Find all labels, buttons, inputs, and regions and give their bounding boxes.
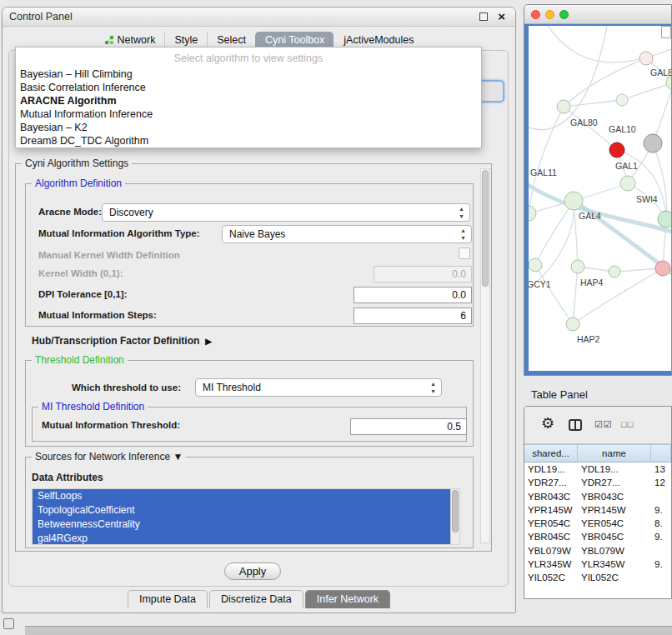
network-edge[interactable] [573,267,578,324]
dpi-tolerance-field[interactable]: 0.0 [354,287,472,303]
kernel-width-label: Kernel Width (0,1): [38,268,123,278]
network-node[interactable] [609,142,624,158]
algorithm-option[interactable]: Mutual Information Inference [16,108,481,121]
network-edge[interactable] [564,58,646,107]
network-node[interactable] [557,100,570,113]
network-edge[interactable] [535,265,573,324]
table-row[interactable]: YBR045CYBR045C9. [524,530,671,543]
expanded-arrow-icon[interactable]: ▼ [173,451,183,462]
combobox-value: Naive Bayes [229,228,285,240]
table-row[interactable]: YIL052CYIL052C [524,571,671,584]
network-node[interactable] [609,266,620,278]
network-node[interactable] [529,258,542,272]
table-row[interactable]: YLR345WYLR345W9. [524,558,671,571]
aracne-mode-combobox[interactable]: Discovery ▴▾ [102,203,470,222]
algorithm-definition-title: Algorithm Definition [32,178,125,189]
network-node[interactable] [566,318,579,331]
node-label: GAL10 [609,124,636,134]
algorithm-option[interactable]: ARACNE Algorithm [16,94,481,108]
network-node[interactable] [564,192,583,210]
network-node[interactable] [658,211,671,228]
algorithm-dropdown-popup: Select algorithm to view settings Bayesi… [15,47,482,148]
network-titlebar[interactable] [524,5,671,24]
aracne-mode-label: Aracne Mode: [38,207,102,217]
node-label: GAL4 [579,211,601,221]
close-icon[interactable]: × [498,9,505,23]
apply-button[interactable]: Apply [224,562,281,580]
network-node[interactable] [620,176,635,191]
network-node[interactable] [644,134,662,152]
columns-icon[interactable] [569,419,582,431]
manual-kernel-checkbox[interactable] [459,248,470,259]
network-node[interactable] [616,94,628,106]
tab-label: Network [118,34,156,46]
kernel-width-field[interactable]: 0.0 [374,266,472,282]
table-row[interactable]: YDR27...YDR27...12 [524,476,671,489]
minimize-icon[interactable] [479,12,488,21]
table-row[interactable]: YDL19...YDL19...13 [524,462,671,476]
sources-toggle[interactable]: Sources for Network Inference ▼ [32,451,186,462]
network-frame: GAL8GAL80GAL10GAL11GAL1SWI4GAL4GCY1HAP4H… [524,24,671,375]
algorithm-option[interactable]: Bayesian – Hill Climbing [16,68,481,81]
mi-steps-field[interactable]: 6 [354,308,472,324]
mi-threshold-group-title: MI Threshold Definition [38,401,148,412]
close-traffic-light[interactable] [531,10,540,19]
table-row[interactable]: YBR043CYBR043C [524,490,671,503]
tab-discretize-data[interactable]: Discretize Data [209,590,303,608]
panel-dock-icon[interactable] [3,618,14,629]
table-row[interactable]: YPR145WYPR145W9. [524,503,671,517]
dpi-tolerance-label: DPI Tolerance [0,1]: [38,289,128,299]
table-row[interactable]: YBL079WYBL079W [524,544,671,558]
titlebar[interactable]: Control Panel × [3,8,515,27]
minimize-traffic-light[interactable] [545,10,554,19]
algorithm-option-list: Bayesian – Hill ClimbingBasic Correlatio… [16,68,481,148]
algorithm-option[interactable]: Bayesian – K2 [16,121,481,134]
column-header[interactable]: name [578,445,651,462]
network-edge[interactable] [564,100,622,107]
attribute-item[interactable]: gal4RGexp [33,532,459,545]
attribute-item[interactable]: SelfLoops [33,489,459,503]
data-attributes-list[interactable]: SelfLoopsTopologicalCoefficientBetweenne… [32,488,460,545]
combobox-stepper-icon[interactable]: ▴▾ [429,380,438,395]
collapsed-arrow-icon[interactable]: ▶ [205,337,212,346]
mi-type-label: Mutual Information Algorithm Type: [38,228,200,238]
combobox-stepper-icon[interactable]: ▴▾ [459,227,468,242]
network-node[interactable] [639,52,653,65]
hub-section-toggle[interactable]: Hub/Transcription Factor Definition▶ [32,335,212,347]
network-edge[interactable] [529,181,671,232]
which-threshold-combobox[interactable]: MI Threshold ▴▾ [195,378,442,397]
select-all-icon[interactable]: ☑☑ [594,419,613,430]
tab-infer-network[interactable]: Infer Network [305,590,390,608]
scroll-corner-widget[interactable] [661,26,671,38]
scrollbar-thumb[interactable] [482,170,489,287]
network-graph[interactable]: GAL8GAL80GAL10GAL11GAL1SWI4GAL4GCY1HAP4H… [529,26,671,371]
mi-threshold-field[interactable]: 0.5 [350,418,467,435]
network-edge[interactable] [529,26,608,130]
network-edge[interactable] [622,82,671,100]
dropdown-placeholder: Select algorithm to view settings [16,48,481,68]
network-node[interactable] [529,206,536,221]
attribute-item[interactable]: TopologicalCoefficient [33,503,459,518]
column-header[interactable] [651,445,671,462]
scrollbar-thumb[interactable] [452,490,459,532]
gear-icon[interactable]: ⚙ [541,414,554,432]
combobox-value: MI Threshold [203,382,261,393]
list-scrollbar[interactable] [450,489,459,544]
tab-impute-data[interactable]: Impute Data [128,590,208,608]
combobox-value: Discovery [109,207,153,218]
algorithm-option[interactable]: Basic Correlation Inference [16,81,481,94]
network-node[interactable] [655,261,670,276]
mi-type-combobox[interactable]: Naive Bayes ▴▾ [222,225,472,243]
column-header[interactable]: shared... [524,445,578,462]
network-canvas[interactable]: GAL8GAL80GAL10GAL11GAL1SWI4GAL4GCY1HAP4H… [529,26,671,371]
combobox-stepper-icon[interactable]: ▴▾ [457,205,466,220]
network-node[interactable] [571,260,584,273]
zoom-traffic-light[interactable] [559,10,569,19]
node-label: HAP4 [580,278,604,288]
manual-kernel-label: Manual Kernel Width Definition [38,250,180,260]
table-row[interactable]: YER054CYER054C8. [524,517,671,530]
algorithm-option[interactable]: Dream8 DC_TDC Algorithm [16,134,481,148]
deselect-all-icon[interactable]: □□ [621,419,634,429]
attribute-item[interactable]: BetweennessCentrality [33,518,459,532]
settings-scrollbar[interactable] [480,168,490,543]
